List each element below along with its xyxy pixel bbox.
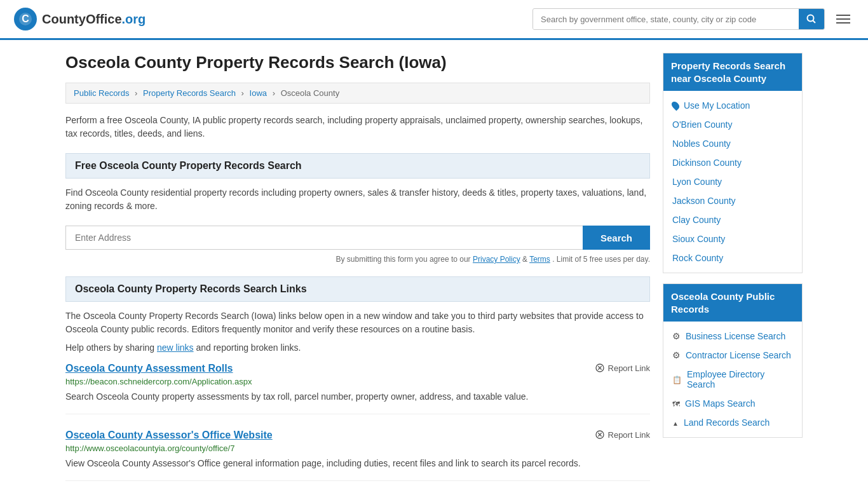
report-link-label-2: Report Link (608, 430, 650, 440)
public-records-section: Osceola County Public Records Business L… (663, 283, 803, 438)
links-section: Osceola County Property Records Search L… (65, 276, 650, 481)
breadcrumb-public-records[interactable]: Public Records (74, 88, 129, 98)
and-text: & (522, 255, 529, 264)
link-item-1: Osceola County Assessment Rolls Report L… (65, 363, 650, 414)
breadcrumb-sep-2: › (241, 88, 244, 98)
nearby-county-link-4[interactable]: Jackson County (672, 196, 736, 206)
public-record-link-4[interactable]: Land Records Search (684, 417, 770, 428)
public-record-0[interactable]: Business License Search (663, 327, 802, 346)
report-link-label-1: Report Link (608, 363, 650, 373)
nearby-county-link-6[interactable]: Sioux County (672, 234, 725, 244)
link-item-2: Osceola County Assessor's Office Website… (65, 430, 650, 481)
book-icon-2 (672, 374, 682, 384)
global-search-button[interactable] (799, 9, 824, 29)
public-records-header: Osceola County Public Records (663, 284, 802, 322)
nearby-county-link-1[interactable]: Nobles County (672, 139, 731, 149)
page-description: Perform a free Osceola County, IA public… (65, 114, 650, 140)
hamburger-line-3 (836, 22, 850, 24)
nearby-county-5[interactable]: Clay County (663, 210, 802, 229)
share-line: Help others by sharing new links and rep… (65, 342, 650, 353)
header-right (532, 8, 855, 30)
terms-link[interactable]: Terms (529, 255, 550, 264)
nearby-county-link-7[interactable]: Rock County (672, 253, 723, 263)
page-title: Osceola County Property Records Search (… (65, 53, 650, 72)
nearby-section: Property Records Search near Osceola Cou… (663, 53, 803, 273)
links-section-heading: Osceola County Property Records Search L… (65, 276, 650, 302)
breadcrumb-property-records[interactable]: Property Records Search (143, 88, 236, 98)
public-record-1[interactable]: Contractor License Search (663, 346, 802, 365)
nearby-section-body: Use My Location O'Brien County Nobles Co… (663, 91, 802, 273)
breadcrumb-sep-1: › (135, 88, 137, 98)
nearby-county-0[interactable]: O'Brien County (663, 115, 802, 134)
limit-text: . Limit of 5 free uses per day. (552, 255, 650, 264)
link-url-2: http://www.osceolacountyia.org/county/of… (65, 444, 650, 453)
link-item-2-title[interactable]: Osceola County Assessor's Office Website (65, 430, 273, 441)
nearby-county-2[interactable]: Dickinson County (663, 153, 802, 172)
public-record-3[interactable]: GIS Maps Search (663, 394, 802, 413)
use-my-location-item[interactable]: Use My Location (663, 96, 802, 115)
land-icon-4 (672, 417, 679, 428)
public-records-body: Business License Search Contractor Licen… (663, 322, 802, 437)
nearby-heading: Property Records Search near Osceola Cou… (671, 60, 785, 84)
nearby-section-header: Property Records Search near Osceola Cou… (663, 53, 802, 91)
breadcrumb-iowa[interactable]: Iowa (250, 88, 267, 98)
nearby-county-link-0[interactable]: O'Brien County (672, 119, 733, 130)
public-records-heading: Osceola County Public Records (671, 291, 775, 315)
search-icon (806, 14, 817, 24)
nearby-county-6[interactable]: Sioux County (663, 229, 802, 248)
form-disclaimer: By submitting this form you agree to our… (65, 255, 650, 264)
logo-icon: C (13, 6, 38, 32)
report-link-button-2[interactable]: Report Link (595, 430, 650, 440)
content-area: Osceola County Property Records Search (… (65, 53, 650, 488)
links-description: The Osceola County Property Records Sear… (65, 309, 650, 336)
nearby-county-link-3[interactable]: Lyon County (672, 177, 722, 187)
use-my-location-link[interactable]: Use My Location (684, 100, 750, 111)
link-desc-1: Search Osceola County property assessmen… (65, 390, 650, 403)
link-item-1-title[interactable]: Osceola County Assessment Rolls (65, 363, 233, 374)
nearby-county-1[interactable]: Nobles County (663, 134, 802, 153)
public-record-link-3[interactable]: GIS Maps Search (685, 398, 756, 409)
address-form: Search (65, 226, 650, 250)
nearby-county-link-2[interactable]: Dickinson County (672, 158, 742, 168)
public-record-2[interactable]: Employee Directory Search (663, 365, 802, 394)
link-url-1: https://beacon.schneidercorp.com/Applica… (65, 377, 650, 386)
menu-button[interactable] (831, 10, 855, 29)
hamburger-line-1 (836, 15, 850, 16)
breadcrumb-sep-3: › (273, 88, 275, 98)
report-link-icon-2 (595, 430, 605, 440)
link-item-2-header: Osceola County Assessor's Office Website… (65, 430, 650, 441)
public-record-4[interactable]: Land Records Search (663, 413, 802, 432)
public-record-link-0[interactable]: Business License Search (686, 331, 785, 341)
logo-text: CountyOffice.org (42, 12, 146, 27)
new-links-link[interactable]: new links (157, 342, 194, 353)
nearby-county-4[interactable]: Jackson County (663, 191, 802, 210)
logo[interactable]: C CountyOffice.org (13, 6, 146, 32)
main-container: Osceola County Property Records Search (… (53, 40, 815, 488)
global-search-bar (532, 8, 825, 30)
public-record-link-2[interactable]: Employee Directory Search (687, 369, 793, 390)
disclaimer-text: By submitting this form you agree to our (336, 255, 471, 264)
address-input[interactable] (65, 226, 583, 250)
nearby-county-link-5[interactable]: Clay County (672, 215, 721, 225)
link-item-1-header: Osceola County Assessment Rolls Report L… (65, 363, 650, 374)
svg-point-3 (808, 15, 814, 22)
share-text: Help others by sharing (65, 342, 154, 353)
page-header: C CountyOffice.org (0, 0, 868, 40)
public-record-link-1[interactable]: Contractor License Search (686, 350, 791, 360)
privacy-link[interactable]: Privacy Policy (473, 255, 520, 264)
gear-icon-1 (672, 350, 681, 360)
free-search-description: Find Osceola County residential property… (65, 186, 650, 213)
global-search-input[interactable] (533, 10, 799, 29)
nearby-county-7[interactable]: Rock County (663, 248, 802, 268)
location-pin-icon (670, 100, 681, 111)
nearby-county-3[interactable]: Lyon County (663, 172, 802, 191)
address-search-button[interactable]: Search (583, 226, 650, 250)
share-suffix-text: and reporting broken links. (196, 342, 301, 353)
report-link-icon-1 (595, 363, 605, 373)
report-link-button-1[interactable]: Report Link (595, 363, 650, 373)
link-desc-2: View Osceola County Assessor's Office ge… (65, 457, 650, 470)
svg-line-4 (813, 21, 816, 24)
breadcrumb-current: Osceola County (281, 88, 340, 98)
gear-icon-0 (672, 331, 681, 341)
map-icon-3 (672, 398, 680, 409)
